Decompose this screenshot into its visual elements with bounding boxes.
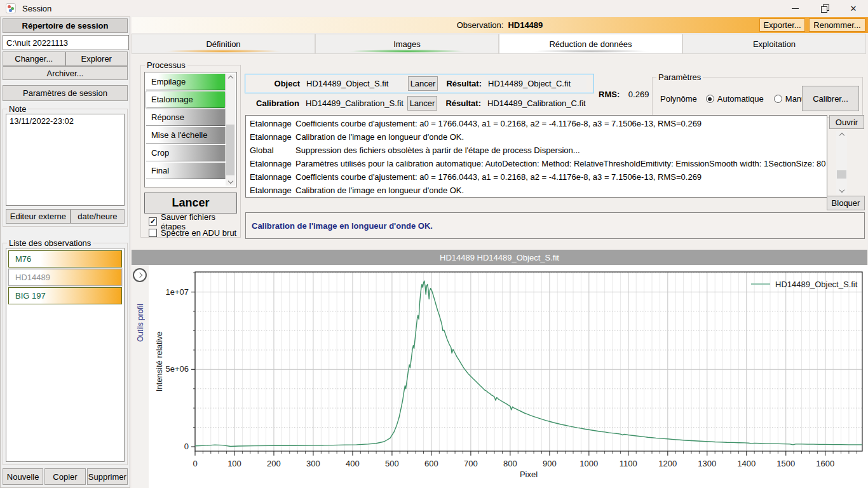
- log-output: EtalonnageCoefficients courbe d'ajusteme…: [245, 115, 827, 198]
- result-file-field[interactable]: HD14489_Calibration_C.fit: [484, 96, 586, 111]
- note-textarea[interactable]: 13/11/2022-23:02: [6, 114, 125, 206]
- tab-exploitation[interactable]: Exploitation: [682, 34, 866, 54]
- result-file-field[interactable]: HD14489_Object_C.fit: [485, 76, 587, 91]
- svg-text:400: 400: [346, 459, 360, 468]
- renommer-button[interactable]: Renommer...: [809, 18, 865, 32]
- svg-text:500: 500: [385, 459, 399, 468]
- editeur-externe-button[interactable]: Editeur externe: [6, 209, 71, 224]
- process-item-mise-a-l-echelle[interactable]: Mise à l'échelle: [146, 127, 226, 144]
- log-line: EtalonnageCalibration de l'image en long…: [246, 184, 827, 197]
- tab-bar: DéfinitionImagesRéduction de donnéesExpl…: [132, 34, 866, 54]
- processus-label: Processus: [145, 60, 187, 70]
- process-item-final[interactable]: Final: [146, 163, 226, 179]
- radio-unselected-icon[interactable]: [774, 95, 782, 103]
- process-item-crop[interactable]: Crop: [146, 145, 226, 161]
- date-heure-button[interactable]: date/heure: [71, 209, 125, 224]
- exporter-button[interactable]: Exporter...: [759, 18, 805, 32]
- log-category: Etalonnage: [246, 159, 295, 168]
- observation-item-big-197[interactable]: BIG 197: [8, 287, 122, 304]
- observations-label: Liste des observations: [7, 238, 93, 248]
- log-line: EtalonnageCalibration de l'image en long…: [246, 130, 827, 144]
- result-label: Résultat:: [440, 98, 481, 108]
- scrollbar-thumb[interactable]: [837, 170, 846, 179]
- checkbox-row-1[interactable]: ✓Sauver fichiers étapes: [149, 216, 240, 227]
- expand-tools-button[interactable]: [133, 268, 147, 282]
- explorer-button[interactable]: Explorer: [65, 51, 128, 66]
- restore-button[interactable]: [810, 0, 839, 17]
- radio-selected-icon[interactable]: [706, 95, 714, 103]
- tab-label: Exploitation: [753, 39, 796, 49]
- svg-text:0: 0: [184, 442, 189, 451]
- tab-images[interactable]: Images: [315, 34, 499, 54]
- session-path-input[interactable]: [3, 35, 129, 50]
- window-title: Session: [22, 4, 51, 13]
- log-category: Etalonnage: [246, 186, 295, 195]
- svg-text:1200: 1200: [658, 459, 677, 468]
- rms-value: 0.269: [628, 90, 649, 99]
- svg-text:1000: 1000: [580, 459, 598, 468]
- log-scrollbar[interactable]: [836, 131, 847, 194]
- close-button[interactable]: ✕: [839, 0, 868, 17]
- ouvrir-button[interactable]: Ouvrir: [829, 115, 864, 129]
- observation-item-hd14489[interactable]: HD14489: [8, 269, 122, 286]
- source-file-field[interactable]: HD14489_Object_S.fit: [303, 76, 405, 91]
- changer-button[interactable]: Changer...: [3, 51, 65, 66]
- scroll-down-icon[interactable]: [836, 186, 847, 194]
- bloquer-button[interactable]: Bloquer: [827, 196, 865, 210]
- observation-value: HD14489: [508, 20, 543, 30]
- svg-text:HD14489_Object_S.fit: HD14489_Object_S.fit: [775, 280, 858, 289]
- svg-text:900: 900: [543, 459, 557, 468]
- copier-button[interactable]: Copier: [44, 468, 85, 485]
- checkbox-checked-icon[interactable]: ✓: [149, 217, 157, 226]
- log-category: Etalonnage: [246, 119, 295, 128]
- row-label: Object: [247, 79, 300, 88]
- scroll-up-icon[interactable]: [226, 74, 235, 83]
- svg-text:1400: 1400: [737, 459, 756, 468]
- checkbox-label: Spectre en ADU brut: [161, 228, 236, 238]
- minimize-button[interactable]: [780, 0, 810, 17]
- supprimer-button[interactable]: Supprimer: [87, 468, 128, 485]
- process-item-etalonnage[interactable]: Etalonnage: [146, 92, 226, 108]
- log-category: Etalonnage: [246, 172, 295, 182]
- tab-reduction-de-donnees[interactable]: Réduction de données: [499, 34, 682, 54]
- radio-option-automatique[interactable]: Automatique: [706, 94, 764, 104]
- svg-text:100: 100: [227, 459, 241, 468]
- parametres-session-button[interactable]: Paramètres de session: [3, 85, 128, 101]
- scroll-up-icon[interactable]: [836, 131, 847, 140]
- scroll-down-icon[interactable]: [226, 177, 235, 186]
- processus-scrollbar[interactable]: [226, 74, 235, 186]
- chevron-right-icon: [137, 273, 142, 278]
- log-line: EtalonnageCoefficients courbe d'ajusteme…: [246, 170, 827, 184]
- process-item-empilage[interactable]: Empilage: [146, 74, 226, 90]
- checkbox-row-2[interactable]: Spectre en ADU brut: [149, 227, 236, 238]
- tab-label: Images: [393, 39, 421, 49]
- log-line: GlobalSuppression des fichiers obsolètes…: [246, 144, 827, 157]
- restore-icon: [822, 6, 827, 11]
- svg-text:800: 800: [503, 459, 517, 468]
- tab-definition[interactable]: Définition: [132, 34, 315, 54]
- parametres-group: Paramètres Polynôme AutomatiqueManuel Ca…: [652, 77, 863, 118]
- archiver-button[interactable]: Archiver...: [3, 66, 128, 80]
- svg-text:0: 0: [193, 459, 197, 468]
- scrollbar-thumb[interactable]: [226, 125, 234, 175]
- profile-tools-strip: Outils profil: [132, 265, 149, 488]
- svg-text:5e+06: 5e+06: [165, 364, 189, 374]
- checkbox-unchecked-icon[interactable]: [149, 229, 157, 237]
- session-sidebar: Répertoire de session Changer... Explore…: [0, 17, 130, 488]
- svg-text:600: 600: [424, 459, 438, 468]
- processus-list: EmpilageEtalonnageRéponseMise à l'échell…: [144, 72, 237, 187]
- polynome-label: Polynôme: [660, 94, 697, 104]
- spectrum-chart[interactable]: 0100200300400500600700800900100011001200…: [149, 265, 868, 488]
- nouvelle-button[interactable]: Nouvelle: [3, 468, 43, 485]
- lancer-button[interactable]: Lancer: [144, 193, 237, 214]
- observation-item-m76[interactable]: M76: [8, 250, 122, 268]
- process-item-reponse[interactable]: Réponse: [146, 109, 226, 126]
- row-label: Calibration: [246, 98, 299, 108]
- log-message: Calibration de l'image en longueur d'ond…: [295, 186, 827, 195]
- processus-items: EmpilageEtalonnageRéponseMise à l'échell…: [146, 74, 226, 186]
- lancer-row-button[interactable]: Lancer: [407, 96, 437, 111]
- calibrer-button[interactable]: Calibrer...: [802, 86, 859, 111]
- lancer-row-button[interactable]: Lancer: [408, 76, 438, 91]
- log-category: Etalonnage: [246, 132, 295, 142]
- source-file-field[interactable]: HD14489_Calibration_S.fit: [302, 96, 404, 111]
